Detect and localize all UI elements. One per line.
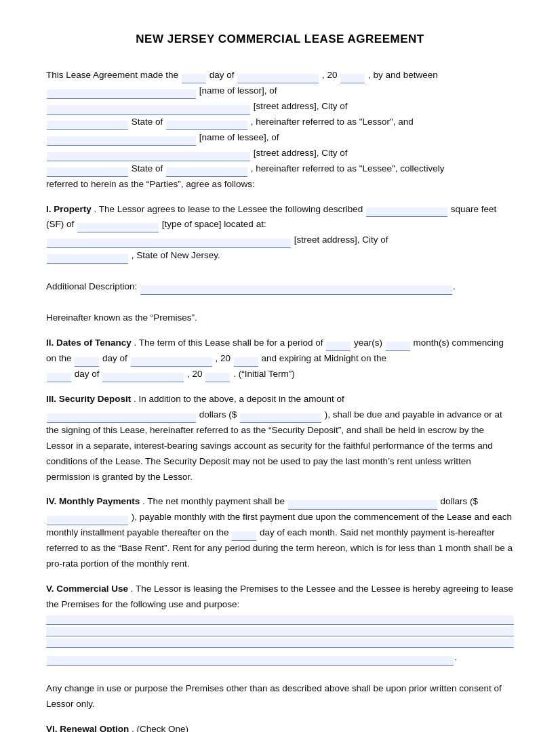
- deposit-words-field[interactable]: [47, 413, 196, 423]
- section-commercial-use: V. Commercial Use . The Lessor is leasin…: [46, 582, 514, 712]
- day-field[interactable]: [182, 74, 206, 83]
- commercial-use-lines: .: [46, 615, 514, 666]
- additional-desc-field[interactable]: [140, 285, 452, 295]
- intro-section: This Lease Agreement made the day of , 2…: [46, 68, 514, 192]
- end-year-field[interactable]: [205, 373, 230, 382]
- use-line1[interactable]: [46, 615, 514, 625]
- payment-day-field[interactable]: [232, 531, 256, 541]
- month-field[interactable]: [237, 74, 319, 83]
- lessee-street-field[interactable]: [47, 152, 250, 161]
- section4-label: IV. Monthly Payments: [46, 496, 140, 506]
- lessor-street-field[interactable]: [47, 105, 250, 115]
- start-year-field[interactable]: [234, 357, 258, 367]
- lessee-state-field[interactable]: [166, 167, 247, 177]
- end-day-field[interactable]: [47, 373, 71, 382]
- document-page: NEW JERSEY COMMERCIAL LEASE AGREEMENT Th…: [0, 0, 560, 732]
- section1-label: I. Property: [46, 204, 92, 214]
- section3-label: III. Security Deposit: [46, 394, 131, 404]
- sqft-field[interactable]: [366, 207, 447, 217]
- year-field[interactable]: [340, 74, 365, 83]
- deposit-num-field[interactable]: [240, 413, 321, 423]
- years-field[interactable]: [326, 342, 351, 351]
- monthly-words-field[interactable]: [288, 500, 437, 510]
- monthly-num-field[interactable]: [47, 516, 128, 525]
- property-city-field[interactable]: [47, 254, 128, 264]
- months-field[interactable]: [386, 342, 410, 351]
- section5-label: V. Commercial Use: [46, 584, 128, 594]
- lessor-city-field[interactable]: [47, 121, 128, 130]
- section-security: III. Security Deposit . In addition to t…: [46, 392, 514, 485]
- property-street-field[interactable]: [47, 239, 291, 248]
- use-line3[interactable]: [46, 638, 514, 648]
- start-month-field[interactable]: [131, 357, 212, 367]
- use-line2[interactable]: [46, 627, 514, 636]
- section-property: I. Property . The Lessor agrees to lease…: [46, 202, 514, 327]
- intro-line1: This Lease Agreement made the: [46, 70, 178, 80]
- use-line4[interactable]: [47, 656, 454, 666]
- lessor-state-field[interactable]: [166, 121, 247, 130]
- end-month-field[interactable]: [102, 373, 184, 382]
- section2-label: II. Dates of Tenancy: [46, 338, 132, 348]
- lessor-name-field[interactable]: [47, 89, 196, 99]
- document-title: NEW JERSEY COMMERCIAL LEASE AGREEMENT: [46, 33, 514, 46]
- space-type-field[interactable]: [77, 223, 159, 232]
- start-day-field[interactable]: [75, 357, 99, 367]
- lessee-name-field[interactable]: [47, 136, 196, 146]
- section-monthly: IV. Monthly Payments . The net monthly p…: [46, 494, 514, 572]
- section-renewal: VI. Renewal Option . (Check One) - Lesse…: [46, 722, 514, 732]
- section6-label: VI. Renewal Option: [46, 724, 129, 732]
- section-tenancy: II. Dates of Tenancy . The term of this …: [46, 336, 514, 382]
- lessee-city-field[interactable]: [47, 167, 128, 177]
